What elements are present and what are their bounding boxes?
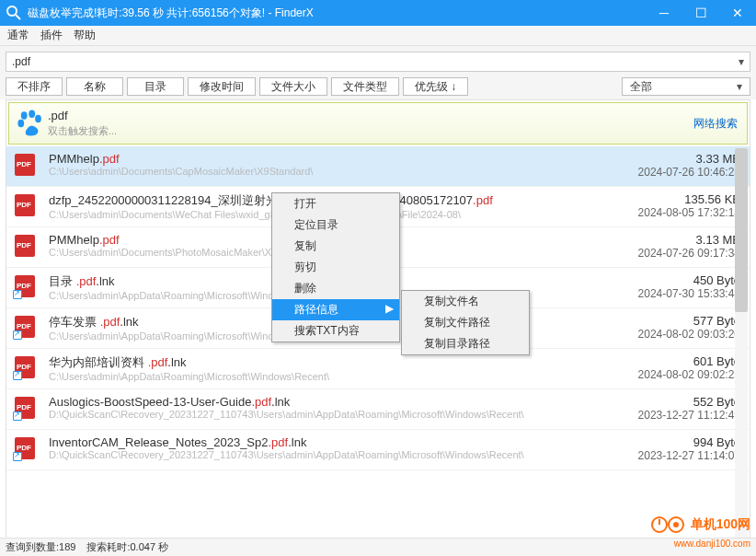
file-row[interactable]: InventorCAM_Release_Notes_2023_Sp2.pdf.l… — [6, 430, 750, 470]
filter-label: 全部 — [630, 79, 652, 95]
ctx-searchtxt[interactable]: 搜索TXT内容 — [272, 320, 399, 342]
dropdown-arrow-icon[interactable]: ▾ — [739, 55, 744, 68]
file-name: InventorCAM_Release_Notes_2023_Sp2.pdf.l… — [49, 435, 631, 449]
pdf-file-icon — [14, 316, 36, 338]
baidu-paw-icon — [13, 106, 48, 141]
watermark: 单机100网 — [650, 514, 750, 536]
watermark-url: www.danji100.com — [674, 539, 750, 549]
file-path: C:\Users\admin\AppData\Roaming\Microsoft… — [49, 371, 631, 382]
scrollbar-thumb[interactable] — [735, 148, 748, 312]
file-path: C:\Users\admin\Documents\CapMosaicMaker\… — [49, 166, 631, 177]
ctx-copy[interactable]: 复制 — [272, 236, 399, 257]
pdf-file-icon — [14, 154, 36, 176]
shortcut-badge-icon — [13, 411, 22, 421]
search-input[interactable]: .pdf ▾ — [6, 52, 750, 72]
chevron-down-icon: ▾ — [737, 80, 742, 93]
pdf-file-icon — [14, 235, 36, 257]
ctx-pathinfo[interactable]: 路径信息▶ — [272, 299, 399, 320]
file-size: 994 Byte — [638, 435, 740, 449]
menu-plugins[interactable]: 插件 — [40, 28, 63, 43]
statusbar: 查询到数量:189 搜索耗时:0.047 秒 — [0, 538, 756, 556]
search-value: .pdf — [12, 55, 739, 68]
file-date: 2024-07-26 10:46:25 — [638, 166, 740, 179]
menubar: 通常 插件 帮助 — [0, 26, 756, 46]
sort-size-button[interactable]: 文件大小 — [259, 77, 327, 96]
search-wrapper: .pdf ▾ — [0, 46, 756, 77]
file-size: 552 Byte — [638, 395, 740, 409]
file-size: 601 Byte — [638, 354, 740, 368]
sort-mtime-button[interactable]: 修改时间 — [188, 77, 256, 96]
app-icon — [6, 5, 22, 21]
maximize-button[interactable]: ☐ — [682, 0, 719, 26]
ctx-open[interactable]: 打开 — [272, 193, 399, 214]
svg-point-3 — [29, 110, 35, 119]
status-count: 查询到数量:189 — [6, 540, 75, 554]
file-name: 华为内部培训资料 .pdf.lnk — [49, 354, 631, 371]
ctx-copy-filepath[interactable]: 复制文件路径 — [402, 312, 529, 333]
menu-normal[interactable]: 通常 — [7, 28, 29, 43]
sort-type-button[interactable]: 文件类型 — [331, 77, 399, 96]
file-date: 2024-08-05 17:32:18 — [638, 206, 740, 219]
close-button[interactable]: ✕ — [719, 0, 756, 26]
shortcut-badge-icon — [13, 290, 22, 299]
file-path: D:\QuickScanC\Recovery_20231227_110743\U… — [49, 449, 631, 460]
file-name: PMMhelp.pdf — [49, 152, 631, 166]
shortcut-badge-icon — [13, 330, 22, 340]
titlebar: 磁盘枚举完成!耗时:39.56 秒 共计:656156个对象! - Finder… — [0, 0, 756, 26]
toolbar: 不排序 名称 目录 修改时间 文件大小 文件类型 优先级 ↓ 全部 ▾ — [0, 77, 756, 99]
shortcut-badge-icon — [13, 452, 22, 461]
pdf-file-icon — [14, 194, 36, 216]
web-search-banner[interactable]: .pdf 双击触发搜索... 网络搜索 — [8, 102, 748, 145]
svg-point-5 — [17, 120, 24, 128]
scrollbar[interactable] — [735, 148, 748, 556]
context-menu[interactable]: 打开 定位目录 复制 剪切 删除 路径信息▶ 搜索TXT内容 — [271, 192, 400, 342]
window-title: 磁盘枚举完成!耗时:39.56 秒 共计:656156个对象! - Finder… — [28, 6, 646, 21]
file-row[interactable]: Auslogics-BoostSpeed-13-User-Guide.pdf.l… — [6, 389, 750, 430]
filter-dropdown[interactable]: 全部 ▾ — [622, 77, 750, 96]
watermark-text: 单机100网 — [691, 516, 750, 533]
minimize-button[interactable]: ─ — [646, 0, 682, 26]
file-path: D:\QuickScanC\Recovery_20231227_110743\U… — [49, 409, 631, 420]
file-date: 2024-08-02 09:02:23 — [638, 368, 740, 381]
websearch-link[interactable]: 网络搜索 — [693, 116, 738, 132]
file-size: 3.13 MB — [638, 233, 740, 247]
pdf-file-icon — [14, 437, 36, 459]
file-size: 577 Byte — [638, 314, 740, 328]
svg-point-2 — [21, 111, 28, 120]
pdf-file-icon — [14, 397, 36, 419]
file-size: 3.33 MB — [638, 152, 740, 166]
ctx-copy-dirpath[interactable]: 复制目录路径 — [402, 333, 529, 354]
pdf-file-icon — [14, 356, 36, 378]
file-size: 135.56 KB — [638, 192, 740, 206]
file-date: 2024-07-30 15:33:43 — [638, 287, 740, 300]
ctx-cut[interactable]: 剪切 — [272, 257, 399, 278]
svg-point-4 — [35, 115, 41, 122]
sort-none-button[interactable]: 不排序 — [6, 77, 63, 96]
file-row[interactable]: PMMhelp.pdfC:\Users\admin\Documents\CapM… — [6, 146, 750, 187]
file-date: 2024-07-26 09:17:34 — [638, 247, 740, 260]
websearch-hint: 双击触发搜索... — [48, 124, 693, 138]
file-name: Auslogics-BoostSpeed-13-User-Guide.pdf.l… — [49, 395, 631, 409]
file-date: 2024-08-02 09:03:20 — [638, 328, 740, 341]
file-row[interactable]: 华为内部培训资料 .pdf.lnkC:\Users\admin\AppData\… — [6, 349, 750, 389]
svg-point-9 — [673, 522, 679, 527]
pdf-file-icon — [14, 275, 36, 297]
websearch-query: .pdf — [48, 109, 693, 122]
file-date: 2023-12-27 11:14:07 — [638, 449, 740, 462]
file-date: 2023-12-27 11:12:49 — [638, 409, 740, 422]
status-time: 搜索耗时:0.047 秒 — [86, 540, 168, 554]
submenu-arrow-icon: ▶ — [385, 302, 394, 315]
ctx-locate[interactable]: 定位目录 — [272, 214, 399, 236]
shortcut-badge-icon — [13, 371, 22, 380]
context-submenu[interactable]: 复制文件名 复制文件路径 复制目录路径 — [401, 290, 530, 355]
ctx-copy-filename[interactable]: 复制文件名 — [402, 291, 529, 312]
sort-priority-button[interactable]: 优先级 ↓ — [403, 77, 468, 96]
svg-point-0 — [7, 6, 17, 16]
sort-dir-button[interactable]: 目录 — [127, 77, 184, 96]
ctx-delete[interactable]: 删除 — [272, 278, 399, 299]
menu-help[interactable]: 帮助 — [74, 28, 96, 43]
sort-name-button[interactable]: 名称 — [66, 77, 123, 96]
svg-line-1 — [16, 15, 20, 19]
file-size: 450 Byte — [638, 273, 740, 287]
